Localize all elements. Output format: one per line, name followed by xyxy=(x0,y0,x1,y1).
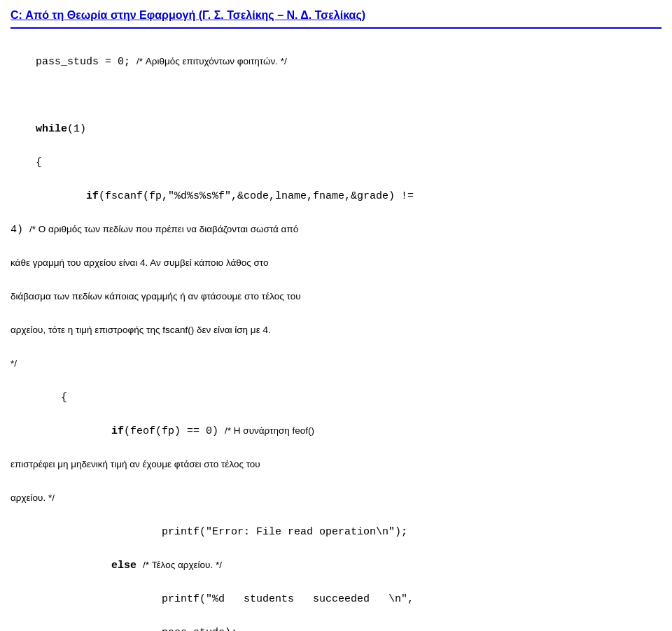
page-title: C: Από τη Θεωρία στην Εφαρμογή (Γ. Σ. Τσ… xyxy=(10,7,662,29)
code-block: pass_studs = 0; /* Αριθμός επιτυχόντων φ… xyxy=(10,37,662,631)
